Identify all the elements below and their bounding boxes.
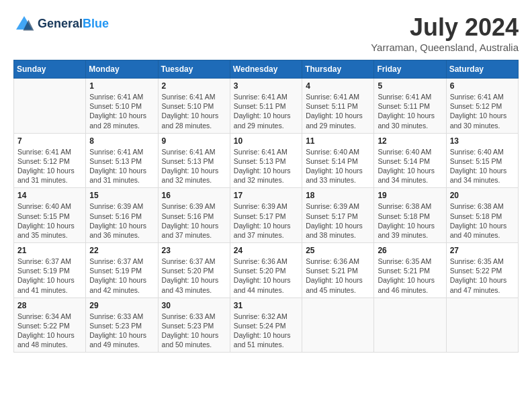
day-number: 14: [17, 191, 82, 200]
calendar-cell: 1Sunrise: 6:41 AM Sunset: 5:10 PM Daylig…: [86, 79, 158, 134]
day-info: Sunrise: 6:40 AM Sunset: 5:14 PM Dayligh…: [378, 147, 442, 185]
calendar-cell: 18Sunrise: 6:39 AM Sunset: 5:17 PM Dayli…: [302, 188, 374, 243]
day-info: Sunrise: 6:41 AM Sunset: 5:10 PM Dayligh…: [162, 92, 226, 130]
calendar-cell: 17Sunrise: 6:39 AM Sunset: 5:17 PM Dayli…: [230, 188, 302, 243]
calendar-cell: 11Sunrise: 6:40 AM Sunset: 5:14 PM Dayli…: [302, 133, 374, 188]
calendar-cell: 20Sunrise: 6:38 AM Sunset: 5:18 PM Dayli…: [446, 188, 518, 243]
logo-icon: [13, 13, 35, 35]
calendar-cell: 5Sunrise: 6:41 AM Sunset: 5:11 PM Daylig…: [374, 79, 446, 134]
day-info: Sunrise: 6:41 AM Sunset: 5:12 PM Dayligh…: [17, 147, 82, 185]
day-info: Sunrise: 6:40 AM Sunset: 5:15 PM Dayligh…: [17, 201, 82, 240]
day-number: 19: [378, 191, 442, 200]
weekday-header-wednesday: Wednesday: [230, 60, 302, 79]
calendar-cell: 25Sunrise: 6:36 AM Sunset: 5:21 PM Dayli…: [302, 243, 374, 298]
location: Yarraman, Queensland, Australia: [371, 42, 519, 53]
day-info: Sunrise: 6:39 AM Sunset: 5:16 PM Dayligh…: [89, 201, 154, 240]
calendar-cell: 12Sunrise: 6:40 AM Sunset: 5:14 PM Dayli…: [374, 133, 446, 188]
day-info: Sunrise: 6:34 AM Sunset: 5:22 PM Dayligh…: [17, 312, 82, 350]
day-info: Sunrise: 6:37 AM Sunset: 5:19 PM Dayligh…: [17, 257, 82, 295]
day-number: 16: [162, 191, 226, 200]
calendar-cell: 28Sunrise: 6:34 AM Sunset: 5:22 PM Dayli…: [14, 298, 86, 353]
day-info: Sunrise: 6:36 AM Sunset: 5:21 PM Dayligh…: [306, 257, 370, 295]
calendar-cell: 27Sunrise: 6:35 AM Sunset: 5:22 PM Dayli…: [446, 243, 518, 298]
day-info: Sunrise: 6:38 AM Sunset: 5:18 PM Dayligh…: [378, 201, 442, 240]
day-number: 13: [450, 136, 515, 146]
day-number: 8: [89, 136, 154, 146]
calendar-cell: 6Sunrise: 6:41 AM Sunset: 5:12 PM Daylig…: [446, 79, 518, 134]
day-info: Sunrise: 6:41 AM Sunset: 5:13 PM Dayligh…: [234, 147, 298, 185]
calendar-body: 1Sunrise: 6:41 AM Sunset: 5:10 PM Daylig…: [14, 79, 519, 353]
day-number: 4: [306, 81, 370, 91]
calendar-cell: 7Sunrise: 6:41 AM Sunset: 5:12 PM Daylig…: [14, 133, 86, 188]
day-number: 9: [162, 136, 226, 146]
day-info: Sunrise: 6:41 AM Sunset: 5:11 PM Dayligh…: [306, 92, 370, 130]
day-number: 11: [306, 136, 370, 146]
calendar-cell: 26Sunrise: 6:35 AM Sunset: 5:21 PM Dayli…: [374, 243, 446, 298]
day-info: Sunrise: 6:41 AM Sunset: 5:11 PM Dayligh…: [234, 92, 298, 130]
day-number: 15: [89, 191, 154, 200]
day-number: 7: [17, 136, 82, 146]
day-info: Sunrise: 6:39 AM Sunset: 5:17 PM Dayligh…: [306, 201, 370, 240]
day-info: Sunrise: 6:35 AM Sunset: 5:22 PM Dayligh…: [450, 257, 515, 295]
calendar-table: SundayMondayTuesdayWednesdayThursdayFrid…: [13, 60, 519, 353]
day-info: Sunrise: 6:40 AM Sunset: 5:14 PM Dayligh…: [306, 147, 370, 185]
day-info: Sunrise: 6:41 AM Sunset: 5:13 PM Dayligh…: [89, 147, 154, 185]
calendar-cell: [14, 79, 86, 134]
calendar-cell: 4Sunrise: 6:41 AM Sunset: 5:11 PM Daylig…: [302, 79, 374, 134]
calendar-cell: 10Sunrise: 6:41 AM Sunset: 5:13 PM Dayli…: [230, 133, 302, 188]
calendar-cell: 3Sunrise: 6:41 AM Sunset: 5:11 PM Daylig…: [230, 79, 302, 134]
calendar-cell: 16Sunrise: 6:39 AM Sunset: 5:16 PM Dayli…: [158, 188, 230, 243]
day-number: 25: [306, 246, 370, 255]
weekday-header-row: SundayMondayTuesdayWednesdayThursdayFrid…: [14, 60, 519, 79]
day-info: Sunrise: 6:39 AM Sunset: 5:17 PM Dayligh…: [234, 201, 298, 240]
weekday-header-sunday: Sunday: [14, 60, 86, 79]
calendar-week-row: 21Sunrise: 6:37 AM Sunset: 5:19 PM Dayli…: [14, 243, 519, 298]
logo-text: GeneralBlue: [38, 17, 109, 31]
day-info: Sunrise: 6:40 AM Sunset: 5:15 PM Dayligh…: [450, 147, 515, 185]
day-number: 6: [450, 81, 515, 91]
day-number: 30: [162, 301, 226, 310]
weekday-header-friday: Friday: [374, 60, 446, 79]
day-number: 12: [378, 136, 442, 146]
day-info: Sunrise: 6:37 AM Sunset: 5:20 PM Dayligh…: [162, 257, 226, 295]
day-info: Sunrise: 6:35 AM Sunset: 5:21 PM Dayligh…: [378, 257, 442, 295]
day-number: 2: [162, 81, 226, 91]
day-info: Sunrise: 6:41 AM Sunset: 5:11 PM Dayligh…: [378, 92, 442, 130]
day-number: 18: [306, 191, 370, 200]
calendar-header: SundayMondayTuesdayWednesdayThursdayFrid…: [14, 60, 519, 79]
day-number: 27: [450, 246, 515, 255]
calendar-cell: 30Sunrise: 6:33 AM Sunset: 5:23 PM Dayli…: [158, 298, 230, 353]
day-number: 26: [378, 246, 442, 255]
day-info: Sunrise: 6:32 AM Sunset: 5:24 PM Dayligh…: [234, 312, 298, 350]
calendar-cell: 21Sunrise: 6:37 AM Sunset: 5:19 PM Dayli…: [14, 243, 86, 298]
calendar-cell: 9Sunrise: 6:41 AM Sunset: 5:13 PM Daylig…: [158, 133, 230, 188]
calendar-cell: 24Sunrise: 6:36 AM Sunset: 5:20 PM Dayli…: [230, 243, 302, 298]
day-number: 17: [234, 191, 298, 200]
day-number: 3: [234, 81, 298, 91]
day-info: Sunrise: 6:41 AM Sunset: 5:13 PM Dayligh…: [162, 147, 226, 185]
day-info: Sunrise: 6:41 AM Sunset: 5:12 PM Dayligh…: [450, 92, 515, 130]
month-title: July 2024: [371, 13, 519, 42]
weekday-header-saturday: Saturday: [446, 60, 518, 79]
calendar-cell: 15Sunrise: 6:39 AM Sunset: 5:16 PM Dayli…: [86, 188, 158, 243]
calendar-cell: 13Sunrise: 6:40 AM Sunset: 5:15 PM Dayli…: [446, 133, 518, 188]
calendar-cell: 14Sunrise: 6:40 AM Sunset: 5:15 PM Dayli…: [14, 188, 86, 243]
calendar-cell: [374, 298, 446, 353]
calendar-week-row: 7Sunrise: 6:41 AM Sunset: 5:12 PM Daylig…: [14, 133, 519, 188]
weekday-header-thursday: Thursday: [302, 60, 374, 79]
calendar-week-row: 28Sunrise: 6:34 AM Sunset: 5:22 PM Dayli…: [14, 298, 519, 353]
calendar-cell: 31Sunrise: 6:32 AM Sunset: 5:24 PM Dayli…: [230, 298, 302, 353]
calendar-cell: 29Sunrise: 6:33 AM Sunset: 5:23 PM Dayli…: [86, 298, 158, 353]
page-header: GeneralBlue July 2024 Yarraman, Queensla…: [13, 13, 519, 53]
day-number: 24: [234, 246, 298, 255]
day-number: 31: [234, 301, 298, 310]
day-number: 22: [89, 246, 154, 255]
day-info: Sunrise: 6:39 AM Sunset: 5:16 PM Dayligh…: [162, 201, 226, 240]
logo: GeneralBlue: [13, 13, 109, 35]
day-number: 10: [234, 136, 298, 146]
weekday-header-tuesday: Tuesday: [158, 60, 230, 79]
day-info: Sunrise: 6:37 AM Sunset: 5:19 PM Dayligh…: [89, 257, 154, 295]
day-info: Sunrise: 6:33 AM Sunset: 5:23 PM Dayligh…: [89, 312, 154, 350]
day-info: Sunrise: 6:38 AM Sunset: 5:18 PM Dayligh…: [450, 201, 515, 240]
calendar-cell: 8Sunrise: 6:41 AM Sunset: 5:13 PM Daylig…: [86, 133, 158, 188]
